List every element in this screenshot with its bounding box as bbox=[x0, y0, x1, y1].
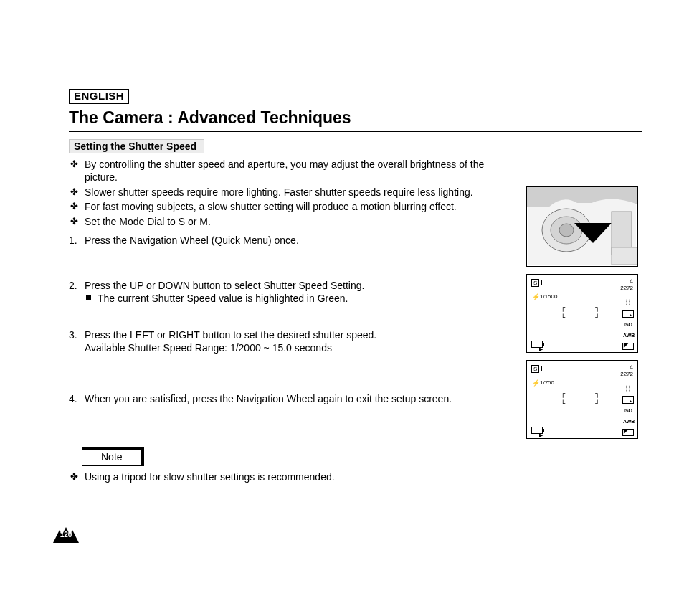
step-text: Press the Navigation Wheel (Quick Menu) … bbox=[85, 234, 299, 246]
section-heading: Setting the Shutter Speed bbox=[69, 139, 204, 153]
step-4: 4. When you are satisfied, press the Nav… bbox=[69, 392, 509, 405]
exposure-bar bbox=[541, 280, 614, 285]
resolution-indicator: 2272 bbox=[620, 285, 633, 293]
page-number-badge: 120 bbox=[53, 527, 79, 544]
figures-column: S 4 2272 ⚡ 1/1500 ┌ ┐ └ ┘ ▶ ┋┋ ISO AWB ◤ bbox=[522, 153, 642, 446]
quality-icon: ┋┋ bbox=[623, 299, 633, 306]
focus-brackets: ┌ ┐ └ ┘ bbox=[561, 389, 604, 409]
flash-icon: ⚡ bbox=[532, 293, 540, 302]
lcd-preview-2: S 4 2272 ⚡ 1/750 ┌ ┐ └ ┘ ▶ ┋┋ ISO AWB ◤ bbox=[526, 360, 638, 439]
step-list: 1. Press the Navigation Wheel (Quick Men… bbox=[69, 234, 509, 405]
step-1: 1. Press the Navigation Wheel (Quick Men… bbox=[69, 234, 509, 247]
subline-text: The current Shutter Speed value is highl… bbox=[98, 293, 348, 304]
step-subline: The current Shutter Speed value is highl… bbox=[85, 292, 509, 305]
note-bullets: Using a tripod for slow shutter settings… bbox=[69, 470, 509, 483]
lcd-preview-1: S 4 2272 ⚡ 1/1500 ┌ ┐ └ ┘ ▶ ┋┋ ISO AWB ◤ bbox=[526, 274, 638, 353]
bullet-item: Set the Mode Dial to S or M. bbox=[69, 215, 509, 228]
mode-indicator: S bbox=[531, 279, 539, 287]
step-3: 3. Press the LEFT or RIGHT button to set… bbox=[69, 328, 509, 355]
metering-icon bbox=[622, 396, 634, 404]
bullet-item: Slower shutter speeds require more light… bbox=[69, 186, 509, 199]
step-2: 2. Press the UP or DOWN button to select… bbox=[69, 279, 509, 305]
ev-icon: ◤ bbox=[622, 343, 634, 350]
lcd-side-icons: ┋┋ ISO AWB ◤ bbox=[622, 299, 634, 350]
note-heading-box: Note bbox=[82, 447, 144, 465]
exposure-bar bbox=[541, 366, 614, 371]
manual-page: ENGLISH The Camera : Advanced Techniques… bbox=[0, 0, 684, 616]
svg-point-3 bbox=[559, 224, 574, 237]
step-number: 4. bbox=[69, 392, 77, 405]
step-text: When you are satisfied, press the Naviga… bbox=[85, 393, 452, 404]
focus-brackets: ┌ ┐ └ ┘ bbox=[561, 303, 604, 323]
iso-icon: ISO bbox=[623, 321, 633, 328]
instructions-column: By controlling the shutter speed and ape… bbox=[69, 153, 522, 489]
page-title: The Camera : Advanced Techniques bbox=[69, 108, 642, 128]
play-icon: ▶ bbox=[539, 432, 543, 438]
resolution-indicator: 2272 bbox=[620, 371, 633, 379]
step-number: 2. bbox=[69, 279, 77, 292]
mode-indicator: S bbox=[531, 365, 539, 373]
step-number: 3. bbox=[69, 328, 77, 341]
page-number: 120 bbox=[53, 531, 79, 539]
play-icon: ▶ bbox=[539, 346, 543, 352]
title-rule bbox=[69, 131, 642, 132]
camera-svg bbox=[527, 187, 637, 266]
shutter-value: 1/750 bbox=[540, 379, 554, 387]
awb-icon: AWB bbox=[623, 418, 633, 425]
svg-rect-6 bbox=[612, 247, 637, 265]
awb-icon: AWB bbox=[623, 332, 633, 339]
quality-icon: ┋┋ bbox=[623, 385, 633, 392]
lcd-side-icons: ┋┋ ISO AWB ◤ bbox=[622, 385, 634, 436]
metering-icon bbox=[622, 310, 634, 318]
ev-icon: ◤ bbox=[622, 429, 634, 436]
bullet-item: For fast moving subjects, a slow shutter… bbox=[69, 200, 509, 213]
step-number: 1. bbox=[69, 234, 77, 247]
flash-icon: ⚡ bbox=[532, 379, 540, 388]
bullet-item: By controlling the shutter speed and ape… bbox=[69, 158, 509, 184]
intro-bullets: By controlling the shutter speed and ape… bbox=[69, 158, 509, 228]
camera-illustration bbox=[526, 186, 638, 267]
step-text-line2: Available Shutter Speed Range: 1/2000 ~ … bbox=[85, 342, 332, 354]
note-label: Note bbox=[82, 447, 143, 465]
step-text: Press the LEFT or RIGHT button to set th… bbox=[85, 329, 376, 341]
language-badge: ENGLISH bbox=[69, 89, 129, 104]
note-item: Using a tripod for slow shutter settings… bbox=[69, 470, 509, 483]
square-bullet-icon bbox=[86, 295, 91, 300]
iso-icon: ISO bbox=[623, 407, 633, 414]
shutter-value: 1/1500 bbox=[540, 293, 557, 301]
step-text: Press the UP or DOWN button to select Sh… bbox=[85, 280, 364, 291]
